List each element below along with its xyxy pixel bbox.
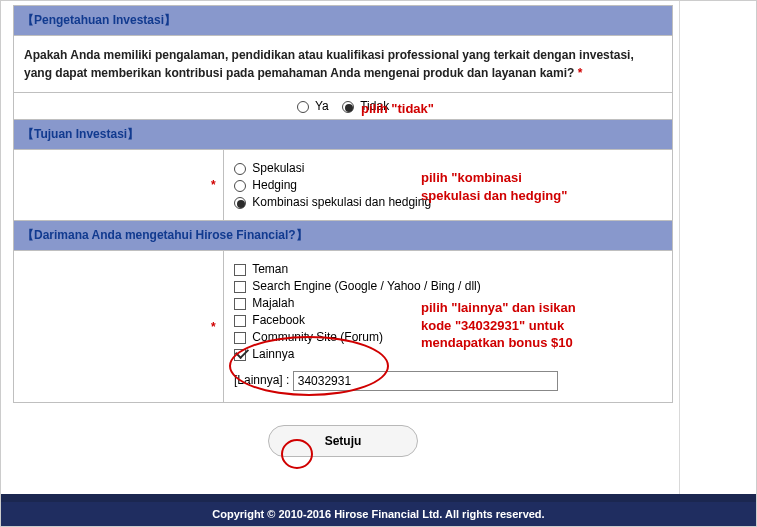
checkbox-facebook-label: Facebook — [252, 313, 305, 327]
radio-hedging-label: Hedging — [252, 178, 297, 192]
radio-hedging[interactable] — [234, 180, 246, 192]
checkbox-teman[interactable] — [234, 264, 246, 276]
checkbox-majalah-label: Majalah — [252, 296, 294, 310]
checkbox-facebook[interactable] — [234, 315, 246, 327]
checkbox-lainnya-label: Lainnya — [252, 347, 294, 361]
radio-spekulasi[interactable] — [234, 163, 246, 175]
section1-header: 【Pengetahuan Investasi】 — [14, 6, 673, 36]
radio-spekulasi-label: Spekulasi — [252, 161, 304, 175]
radio-kombinasi-label: Kombinasi spekulasi dan hedging — [252, 195, 431, 209]
section2-required: * — [211, 178, 216, 192]
footer-copyright: Copyright © 2010-2016 Hirose Financial L… — [1, 494, 756, 526]
radio-tidak-label: Tidak — [360, 99, 389, 113]
checkbox-search[interactable] — [234, 281, 246, 293]
checkbox-teman-label: Teman — [252, 262, 288, 276]
radio-tidak[interactable] — [342, 101, 354, 113]
checkbox-lainnya[interactable] — [234, 349, 246, 361]
radio-ya[interactable] — [297, 101, 309, 113]
lainnya-input-label: [Lainnya] : — [234, 373, 289, 387]
checkbox-majalah[interactable] — [234, 298, 246, 310]
section1-required: * — [578, 66, 583, 80]
section1-question: Apakah Anda memiliki pengalaman, pendidi… — [24, 48, 634, 80]
radio-kombinasi[interactable] — [234, 197, 246, 209]
lainnya-input[interactable] — [293, 371, 558, 391]
vertical-separator — [679, 1, 680, 498]
checkbox-community[interactable] — [234, 332, 246, 344]
radio-ya-label: Ya — [315, 99, 329, 113]
section2-header: 【Tujuan Investasi】 — [14, 120, 673, 150]
checkbox-search-label: Search Engine (Google / Yahoo / Bing / d… — [252, 279, 480, 293]
checkbox-community-label: Community Site (Forum) — [252, 330, 383, 344]
submit-button[interactable]: Setuju — [268, 425, 419, 457]
section3-required: * — [211, 320, 216, 334]
section3-header: 【Darimana Anda mengetahui Hirose Financi… — [14, 221, 673, 251]
